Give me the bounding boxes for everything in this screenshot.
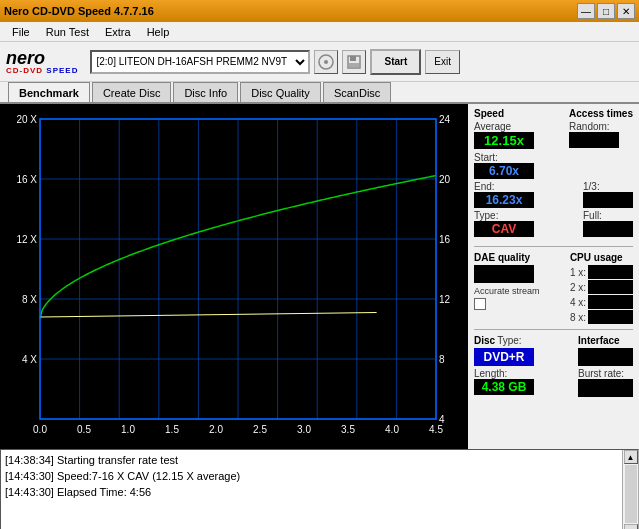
log-time-1: [14:43:30] — [5, 470, 54, 482]
onethird-col: 1/3: — [583, 181, 633, 208]
full-col: Full: — [583, 210, 633, 237]
speed-header-row: Speed Average 12.15x Access times Random… — [474, 108, 633, 149]
window-title: Nero CD-DVD Speed 4.7.7.16 — [4, 5, 154, 17]
interface-value — [578, 348, 633, 366]
maximize-button[interactable]: □ — [597, 3, 615, 19]
dae-quality-section: DAE quality Accurate stream — [474, 252, 540, 324]
divider-2 — [474, 329, 633, 330]
toolbar-icon-save[interactable] — [342, 50, 366, 74]
log-content: [14:38:34] Starting transfer rate test [… — [1, 450, 622, 529]
speed-details: Start: 6.70x — [474, 152, 633, 179]
speed-title-col: Speed Average 12.15x — [474, 108, 534, 149]
accurate-stream-row — [474, 298, 540, 310]
exit-button[interactable]: Exit — [425, 50, 460, 74]
average-value: 12.15x — [474, 132, 534, 149]
cpu-1x-row: 1 x: — [570, 265, 633, 279]
drive-selector[interactable]: [2:0] LITEON DH-16AFSH PREMM2 NV9T — [90, 50, 310, 74]
save-icon — [346, 54, 362, 70]
dae-quality-value — [474, 265, 534, 283]
svg-point-1 — [324, 60, 328, 64]
dae-quality-title: DAE quality — [474, 252, 540, 263]
tab-disc-info[interactable]: Disc Info — [173, 82, 238, 102]
burst-rate-label: Burst rate: — [578, 368, 633, 379]
type-section: Type: CAV Full: — [474, 210, 633, 237]
divider-1 — [474, 246, 633, 247]
scroll-down-button[interactable]: ▼ — [624, 524, 638, 529]
cpu-usage-rows: 1 x: 2 x: 4 x: 8 x: — [570, 265, 633, 324]
disc-type-header: Disc Type: — [474, 335, 534, 348]
dae-cpu-row: DAE quality Accurate stream CPU usage 1 … — [474, 252, 633, 324]
start-button[interactable]: Start — [370, 49, 421, 75]
disc-type-subtitle: Type: — [497, 335, 521, 346]
onethird-value-box — [583, 192, 633, 208]
accurate-stream-label: Accurate stream — [474, 286, 540, 296]
start-label: Start: — [474, 152, 633, 163]
end-label: End: — [474, 181, 534, 192]
svg-rect-4 — [349, 63, 359, 67]
main-content: Speed Average 12.15x Access times Random… — [0, 104, 639, 449]
full-value-box — [583, 221, 633, 237]
tab-benchmark[interactable]: Benchmark — [8, 82, 90, 102]
disc-info-section: Disc Type: DVD+R Length: 4.38 GB — [474, 335, 534, 397]
tab-bar: Benchmark Create Disc Disc Info Disc Qua… — [0, 82, 639, 104]
tab-create-disc[interactable]: Create Disc — [92, 82, 171, 102]
type-value: CAV — [474, 221, 534, 237]
cpu-4x-label: 4 x: — [570, 297, 586, 308]
random-value-box — [569, 132, 619, 148]
type-label: Type: — [474, 210, 534, 221]
title-bar: Nero CD-DVD Speed 4.7.7.16 — □ ✕ — [0, 0, 639, 22]
disc-type-value: DVD+R — [474, 348, 534, 366]
menu-extra[interactable]: Extra — [97, 24, 139, 40]
accurate-stream-checkbox[interactable] — [474, 298, 486, 310]
access-times-col: Access times Random: — [569, 108, 633, 148]
title-bar-buttons: — □ ✕ — [577, 3, 635, 19]
burst-rate-value — [578, 379, 633, 397]
end-col: End: 16.23x — [474, 181, 534, 208]
tab-scan-disc[interactable]: ScanDisc — [323, 82, 391, 102]
log-line-1: [14:43:30] Speed:7-16 X CAV (12.15 X ave… — [5, 468, 618, 484]
speed-section: Speed Average 12.15x Access times Random… — [474, 108, 633, 237]
menu-bar: File Run Test Extra Help — [0, 22, 639, 42]
toolbar: nero CD-DVD SPEED [2:0] LITEON DH-16AFSH… — [0, 42, 639, 82]
random-label: Random: — [569, 121, 633, 132]
scroll-up-button[interactable]: ▲ — [624, 450, 638, 464]
menu-run-test[interactable]: Run Test — [38, 24, 97, 40]
menu-help[interactable]: Help — [139, 24, 178, 40]
type-col: Type: CAV — [474, 210, 534, 237]
cpu-2x-row: 2 x: — [570, 280, 633, 294]
close-button[interactable]: ✕ — [617, 3, 635, 19]
svg-rect-3 — [350, 56, 356, 61]
cpu-4x-value — [588, 295, 633, 309]
menu-file[interactable]: File — [4, 24, 38, 40]
log-area: [14:38:34] Starting transfer rate test [… — [0, 449, 639, 529]
log-text-2: Elapsed Time: 4:56 — [57, 486, 151, 498]
cpu-2x-value — [588, 280, 633, 294]
cpu-8x-label: 8 x: — [570, 312, 586, 323]
log-time-2: [14:43:30] — [5, 486, 54, 498]
log-scrollbar[interactable]: ▲ ▼ — [622, 450, 638, 529]
log-line-2: [14:43:30] Elapsed Time: 4:56 — [5, 484, 618, 500]
access-times-title: Access times — [569, 108, 633, 119]
log-text-1: Speed:7-16 X CAV (12.15 X average) — [57, 470, 240, 482]
disc-length-label: Length: — [474, 368, 534, 379]
cpu-8x-row: 8 x: — [570, 310, 633, 324]
tab-disc-quality[interactable]: Disc Quality — [240, 82, 321, 102]
disc-interface-row: Disc Type: DVD+R Length: 4.38 GB Interfa… — [474, 335, 633, 397]
cpu-8x-value — [588, 310, 633, 324]
log-text-0: Starting transfer rate test — [57, 454, 178, 466]
nero-logo-text: nero — [6, 49, 78, 67]
benchmark-chart — [0, 104, 468, 449]
minimize-button[interactable]: — — [577, 3, 595, 19]
interface-section: Interface Burst rate: — [578, 335, 633, 397]
toolbar-icon-disc[interactable] — [314, 50, 338, 74]
cpu-usage-section: CPU usage 1 x: 2 x: 4 x: 8 — [570, 252, 633, 324]
scroll-track[interactable] — [625, 465, 637, 523]
log-line-0: [14:38:34] Starting transfer rate test — [5, 452, 618, 468]
full-label: Full: — [583, 210, 633, 221]
cpu-1x-label: 1 x: — [570, 267, 586, 278]
speed-title: Speed — [474, 108, 534, 119]
onethird-label: 1/3: — [583, 181, 633, 192]
interface-title: Interface — [578, 335, 633, 346]
cpu-1x-value — [588, 265, 633, 279]
average-label: Average — [474, 121, 534, 132]
